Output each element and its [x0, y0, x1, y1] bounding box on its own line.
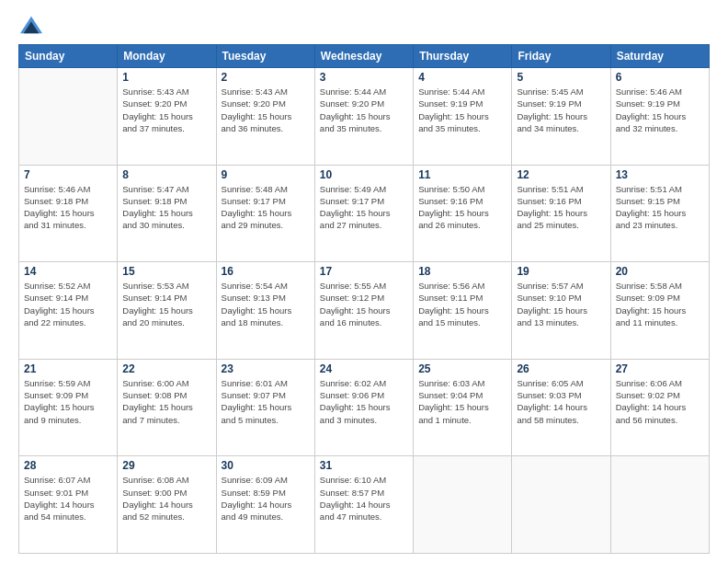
day-number: 25 [418, 362, 506, 375]
day-info: Sunrise: 5:53 AM Sunset: 9:14 PM Dayligh… [122, 280, 210, 328]
day-info: Sunrise: 5:46 AM Sunset: 9:18 PM Dayligh… [24, 183, 112, 232]
day-info: Sunrise: 5:44 AM Sunset: 9:20 PM Dayligh… [320, 86, 408, 134]
calendar-cell: 4Sunrise: 5:44 AM Sunset: 9:19 PM Daylig… [414, 68, 512, 166]
calendar-cell: 1Sunrise: 5:43 AM Sunset: 9:20 PM Daylig… [118, 68, 216, 166]
calendar-cell: 11Sunrise: 5:50 AM Sunset: 9:16 PM Dayli… [414, 165, 512, 262]
calendar-cell: 27Sunrise: 6:06 AM Sunset: 9:02 PM Dayli… [610, 359, 709, 456]
calendar-cell: 13Sunrise: 5:51 AM Sunset: 9:15 PM Dayli… [610, 165, 709, 262]
day-number: 23 [222, 362, 310, 375]
calendar-cell: 9Sunrise: 5:48 AM Sunset: 9:17 PM Daylig… [216, 165, 314, 262]
day-number: 11 [418, 168, 506, 181]
day-number: 14 [24, 265, 112, 278]
calendar-cell: 23Sunrise: 6:01 AM Sunset: 9:07 PM Dayli… [216, 359, 314, 456]
calendar-week-row: 21Sunrise: 5:59 AM Sunset: 9:09 PM Dayli… [19, 359, 710, 456]
calendar-cell: 21Sunrise: 5:59 AM Sunset: 9:09 PM Dayli… [19, 359, 118, 456]
day-number: 22 [122, 362, 210, 375]
day-info: Sunrise: 6:06 AM Sunset: 9:02 PM Dayligh… [616, 377, 704, 426]
calendar-cell: 15Sunrise: 5:53 AM Sunset: 9:14 PM Dayli… [118, 262, 216, 360]
day-number: 29 [122, 459, 210, 472]
day-number: 12 [517, 168, 605, 181]
day-info: Sunrise: 5:49 AM Sunset: 9:17 PM Dayligh… [320, 183, 408, 232]
calendar-cell: 24Sunrise: 6:02 AM Sunset: 9:06 PM Dayli… [314, 359, 413, 456]
calendar-table: SundayMondayTuesdayWednesdayThursdayFrid… [18, 44, 710, 554]
calendar-cell: 10Sunrise: 5:49 AM Sunset: 9:17 PM Dayli… [314, 165, 413, 262]
day-info: Sunrise: 5:43 AM Sunset: 9:20 PM Dayligh… [122, 86, 210, 134]
day-info: Sunrise: 5:50 AM Sunset: 9:16 PM Dayligh… [418, 183, 506, 232]
calendar-cell: 18Sunrise: 5:56 AM Sunset: 9:11 PM Dayli… [414, 262, 512, 360]
day-number: 30 [222, 459, 310, 472]
calendar-cell: 6Sunrise: 5:46 AM Sunset: 9:19 PM Daylig… [610, 68, 709, 166]
calendar-week-row: 14Sunrise: 5:52 AM Sunset: 9:14 PM Dayli… [19, 262, 710, 360]
day-info: Sunrise: 5:52 AM Sunset: 9:14 PM Dayligh… [24, 280, 112, 328]
day-number: 21 [24, 362, 112, 375]
calendar-cell [19, 68, 118, 166]
day-info: Sunrise: 6:01 AM Sunset: 9:07 PM Dayligh… [222, 377, 310, 426]
calendar-cell: 22Sunrise: 6:00 AM Sunset: 9:08 PM Dayli… [118, 359, 216, 456]
day-number: 10 [320, 168, 408, 181]
calendar-week-row: 7Sunrise: 5:46 AM Sunset: 9:18 PM Daylig… [19, 165, 710, 262]
calendar-cell: 31Sunrise: 6:10 AM Sunset: 8:57 PM Dayli… [314, 456, 413, 554]
calendar-cell: 14Sunrise: 5:52 AM Sunset: 9:14 PM Dayli… [19, 262, 118, 360]
calendar-cell: 28Sunrise: 6:07 AM Sunset: 9:01 PM Dayli… [19, 456, 118, 554]
day-number: 4 [418, 71, 506, 84]
day-number: 6 [616, 71, 704, 84]
header [18, 15, 710, 37]
day-number: 17 [320, 265, 408, 278]
day-number: 15 [122, 265, 210, 278]
calendar-cell: 26Sunrise: 6:05 AM Sunset: 9:03 PM Dayli… [512, 359, 610, 456]
day-info: Sunrise: 5:59 AM Sunset: 9:09 PM Dayligh… [24, 377, 112, 426]
calendar-cell: 29Sunrise: 6:08 AM Sunset: 9:00 PM Dayli… [118, 456, 216, 554]
day-info: Sunrise: 5:51 AM Sunset: 9:16 PM Dayligh… [517, 183, 605, 232]
day-info: Sunrise: 6:02 AM Sunset: 9:06 PM Dayligh… [320, 377, 408, 426]
day-info: Sunrise: 5:44 AM Sunset: 9:19 PM Dayligh… [418, 86, 506, 134]
calendar-cell: 5Sunrise: 5:45 AM Sunset: 9:19 PM Daylig… [512, 68, 610, 166]
day-info: Sunrise: 5:51 AM Sunset: 9:15 PM Dayligh… [616, 183, 704, 232]
day-number: 19 [517, 265, 605, 278]
day-number: 18 [418, 265, 506, 278]
day-info: Sunrise: 5:45 AM Sunset: 9:19 PM Dayligh… [517, 86, 605, 134]
day-info: Sunrise: 5:57 AM Sunset: 9:10 PM Dayligh… [517, 280, 605, 328]
day-info: Sunrise: 5:56 AM Sunset: 9:11 PM Dayligh… [418, 280, 506, 328]
day-info: Sunrise: 5:58 AM Sunset: 9:09 PM Dayligh… [616, 280, 704, 328]
weekday-header: Wednesday [314, 45, 413, 68]
day-info: Sunrise: 6:10 AM Sunset: 8:57 PM Dayligh… [320, 474, 408, 523]
calendar-cell: 7Sunrise: 5:46 AM Sunset: 9:18 PM Daylig… [19, 165, 118, 262]
day-info: Sunrise: 5:47 AM Sunset: 9:18 PM Dayligh… [122, 183, 210, 232]
weekday-header: Sunday [19, 45, 118, 68]
calendar-cell: 8Sunrise: 5:47 AM Sunset: 9:18 PM Daylig… [118, 165, 216, 262]
day-number: 5 [517, 71, 605, 84]
day-info: Sunrise: 5:46 AM Sunset: 9:19 PM Dayligh… [616, 86, 704, 134]
day-number: 3 [320, 71, 408, 84]
calendar-cell: 16Sunrise: 5:54 AM Sunset: 9:13 PM Dayli… [216, 262, 314, 360]
day-info: Sunrise: 5:54 AM Sunset: 9:13 PM Dayligh… [222, 280, 310, 328]
day-info: Sunrise: 6:03 AM Sunset: 9:04 PM Dayligh… [418, 377, 506, 426]
day-number: 8 [122, 168, 210, 181]
day-number: 1 [122, 71, 210, 84]
day-number: 16 [222, 265, 310, 278]
day-info: Sunrise: 5:55 AM Sunset: 9:12 PM Dayligh… [320, 280, 408, 328]
day-info: Sunrise: 6:09 AM Sunset: 8:59 PM Dayligh… [222, 474, 310, 523]
page: SundayMondayTuesdayWednesdayThursdayFrid… [0, 0, 728, 563]
day-info: Sunrise: 6:00 AM Sunset: 9:08 PM Dayligh… [122, 377, 210, 426]
calendar-cell: 19Sunrise: 5:57 AM Sunset: 9:10 PM Dayli… [512, 262, 610, 360]
calendar-week-row: 1Sunrise: 5:43 AM Sunset: 9:20 PM Daylig… [19, 68, 710, 166]
calendar-week-row: 28Sunrise: 6:07 AM Sunset: 9:01 PM Dayli… [19, 456, 710, 554]
calendar-cell: 20Sunrise: 5:58 AM Sunset: 9:09 PM Dayli… [610, 262, 709, 360]
weekday-header: Friday [512, 45, 610, 68]
day-number: 9 [222, 168, 310, 181]
weekday-header: Thursday [414, 45, 512, 68]
day-number: 24 [320, 362, 408, 375]
logo-icon [18, 15, 44, 37]
calendar-cell: 30Sunrise: 6:09 AM Sunset: 8:59 PM Dayli… [216, 456, 314, 554]
day-number: 2 [222, 71, 310, 84]
calendar-cell [414, 456, 512, 554]
calendar-header-row: SundayMondayTuesdayWednesdayThursdayFrid… [19, 45, 710, 68]
calendar-cell: 2Sunrise: 5:43 AM Sunset: 9:20 PM Daylig… [216, 68, 314, 166]
day-number: 27 [616, 362, 704, 375]
weekday-header: Tuesday [216, 45, 314, 68]
calendar-cell [512, 456, 610, 554]
calendar-cell: 3Sunrise: 5:44 AM Sunset: 9:20 PM Daylig… [314, 68, 413, 166]
day-info: Sunrise: 6:07 AM Sunset: 9:01 PM Dayligh… [24, 474, 112, 523]
day-info: Sunrise: 6:05 AM Sunset: 9:03 PM Dayligh… [517, 377, 605, 426]
calendar-cell: 12Sunrise: 5:51 AM Sunset: 9:16 PM Dayli… [512, 165, 610, 262]
